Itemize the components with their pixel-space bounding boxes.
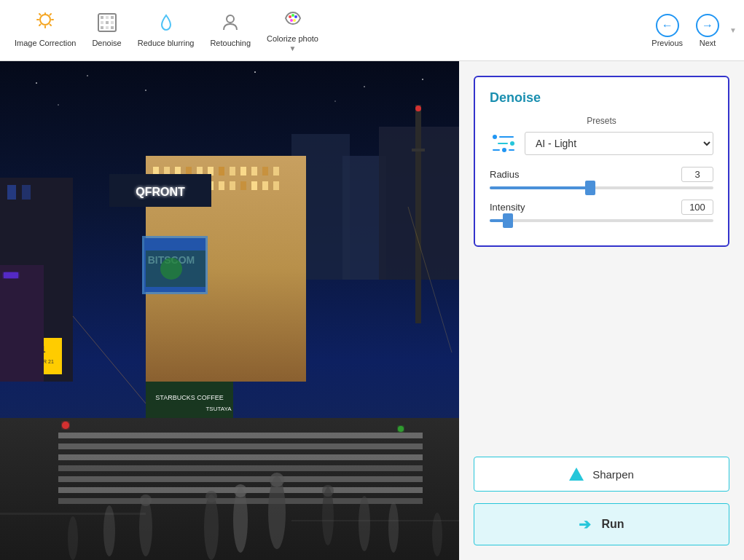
svg-point-99: [139, 498, 152, 556]
svg-rect-15: [111, 21, 114, 24]
svg-rect-51: [262, 167, 268, 176]
svg-rect-88: [58, 454, 423, 460]
intensity-slider-thumb[interactable]: [503, 213, 513, 228]
svg-rect-108: [0, 513, 146, 515]
toolbar-item-colorize-photo[interactable]: Colorize photo ▼: [259, 4, 326, 56]
toolbar-item-reduce-blurring[interactable]: Reduce blurring: [130, 8, 202, 52]
intensity-label: Intensity: [490, 202, 525, 213]
svg-rect-86: [58, 433, 423, 438]
svg-rect-90: [58, 476, 423, 482]
svg-point-105: [388, 502, 399, 553]
colorize-photo-icon: [283, 8, 303, 31]
radius-value[interactable]: 3: [681, 167, 713, 182]
previous-label: Previous: [651, 39, 683, 47]
svg-point-20: [289, 15, 291, 18]
svg-rect-12: [111, 16, 114, 19]
svg-rect-79: [4, 272, 18, 278]
svg-point-106: [68, 516, 78, 560]
next-label: Next: [700, 39, 716, 47]
svg-point-39: [415, 106, 421, 111]
intensity-slider-track[interactable]: [490, 219, 713, 222]
toolbar-item-retouching[interactable]: Retouching: [203, 8, 258, 52]
radius-label: Radius: [490, 169, 519, 180]
next-button[interactable]: → Next: [690, 11, 725, 50]
image-correction-label: Image Correction: [15, 39, 76, 48]
svg-rect-14: [106, 21, 109, 24]
sharpen-label: Sharpen: [592, 468, 634, 481]
reduce-blurring-icon: [156, 12, 176, 36]
svg-line-7: [50, 14, 52, 15]
previous-button[interactable]: ← Previous: [646, 11, 689, 50]
svg-text:TSUTAYA: TSUTAYA: [205, 406, 232, 412]
svg-rect-73: [7, 185, 16, 200]
colorize-dropdown-arrow: ▼: [289, 44, 297, 52]
preset-sliders-icon: [490, 132, 517, 155]
city-image: BITSCOM QFRONT F21 FOREVER 21 STARBUCKS …: [0, 61, 459, 560]
svg-rect-89: [58, 465, 423, 471]
svg-point-97: [204, 494, 219, 560]
svg-rect-109: [291, 520, 459, 521]
svg-point-22: [294, 15, 297, 18]
svg-rect-38: [412, 149, 425, 151]
denoise-icon: [97, 12, 117, 36]
sharpen-icon: [569, 468, 584, 481]
denoise-box: Denoise Presets: [474, 76, 729, 247]
presets-label: Presets: [490, 116, 713, 126]
svg-line-8: [39, 24, 41, 25]
svg-point-29: [254, 71, 256, 73]
svg-point-100: [140, 494, 152, 506]
svg-point-69: [160, 258, 182, 280]
svg-point-94: [270, 473, 284, 487]
svg-point-104: [359, 496, 370, 551]
svg-point-31: [422, 79, 423, 80]
toolbar-item-denoise[interactable]: Denoise: [85, 8, 128, 52]
radius-slider-track[interactable]: [490, 186, 713, 189]
intensity-section: Intensity 100: [490, 200, 713, 222]
svg-rect-11: [106, 16, 109, 19]
radius-slider-thumb[interactable]: [585, 181, 595, 195]
svg-point-19: [227, 15, 234, 23]
svg-point-98: [205, 491, 217, 502]
preset-row: AI - Light AI - Normal AI - Strong Manua…: [490, 132, 713, 155]
svg-rect-50: [251, 167, 257, 176]
svg-rect-52: [273, 167, 279, 176]
svg-point-33: [334, 100, 336, 102]
denoise-title: Denoise: [490, 90, 713, 106]
svg-line-6: [50, 24, 52, 25]
svg-rect-61: [240, 181, 246, 190]
retouching-icon: [220, 12, 240, 36]
toolbar: Image Correction Denoise: [0, 0, 744, 61]
radius-slider-fill: [490, 186, 590, 189]
svg-point-21: [291, 14, 294, 17]
svg-rect-48: [230, 167, 235, 176]
svg-rect-64: [273, 181, 279, 190]
toolbar-item-image-correction[interactable]: Image Correction: [7, 8, 83, 52]
svg-point-26: [36, 82, 37, 84]
svg-rect-87: [58, 443, 423, 449]
svg-rect-37: [415, 105, 421, 323]
svg-point-0: [40, 15, 50, 25]
intensity-value[interactable]: 100: [681, 200, 713, 215]
radius-section: Radius 3: [490, 167, 713, 189]
svg-rect-60: [230, 181, 235, 190]
svg-point-27: [87, 75, 88, 76]
reduce-blurring-label: Reduce blurring: [138, 39, 195, 48]
svg-point-110: [62, 422, 69, 429]
next-icon: →: [696, 14, 719, 37]
svg-point-32: [58, 104, 59, 106]
svg-point-111: [398, 426, 404, 432]
image-correction-icon: [35, 12, 55, 36]
nav-dropdown-arrow: ▼: [729, 26, 737, 34]
svg-rect-17: [106, 26, 109, 29]
svg-rect-62: [251, 181, 257, 190]
svg-point-102: [322, 485, 334, 497]
svg-line-5: [39, 14, 41, 15]
previous-icon: ←: [656, 14, 679, 37]
sharpen-button[interactable]: Sharpen: [474, 457, 729, 492]
run-arrow-icon: ➔: [579, 516, 591, 533]
svg-text:STARBUCKS COFFEE: STARBUCKS COFFEE: [155, 394, 223, 401]
run-button[interactable]: ➔ Run: [474, 503, 729, 545]
right-panel: Denoise Presets: [459, 61, 744, 560]
preset-select[interactable]: AI - Light AI - Normal AI - Strong Manua…: [525, 132, 713, 155]
svg-text:QFRONT: QFRONT: [136, 186, 185, 198]
